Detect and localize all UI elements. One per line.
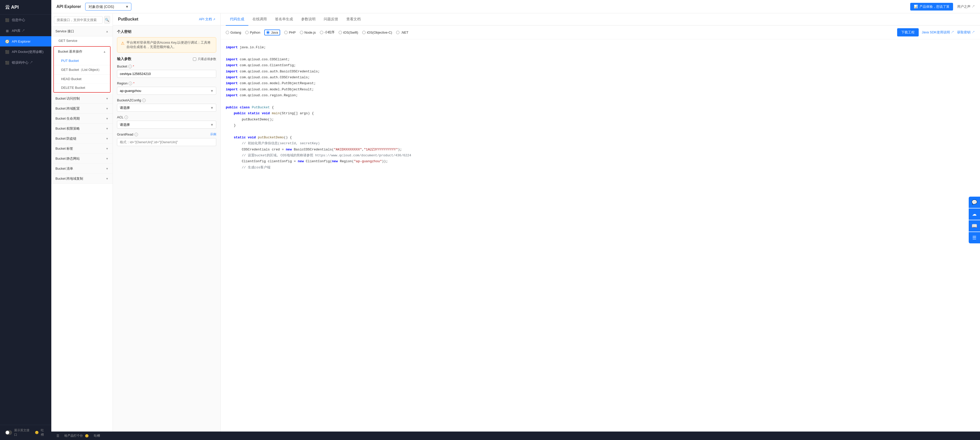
tab-check-doc[interactable]: 查看文档 (342, 13, 365, 26)
info-card: ⚠ 平台将对登录用户提供Access Key,以便进行调试；工具将自动生成签名，… (117, 37, 216, 53)
only-required-checkbox[interactable]: 只看必填参数 (193, 57, 216, 61)
section-bucket-replication[interactable]: Bucket 跨地域复制 ▼ (51, 174, 113, 184)
sidebar-footer: 展示英文接口 😊 吐槽 (0, 425, 51, 440)
example-link[interactable]: 示例 (210, 132, 216, 137)
tab-sign-string[interactable]: 签名串生成 (271, 13, 297, 26)
python-radio[interactable] (245, 31, 248, 34)
api-item-head-bucket[interactable]: HEAD Bucket (54, 75, 110, 83)
form-group-acl: ACL i 请选择 private public-read public-rea… (117, 115, 216, 129)
float-buttons: 💬 ☁ 📖 ☰ (969, 197, 980, 243)
section-bucket-hotlink[interactable]: Bucket 防盗链 ▼ (51, 134, 113, 144)
python-label: Python (250, 30, 260, 34)
only-required-input[interactable] (193, 57, 196, 61)
footer-rate[interactable]: 给产品打个分 😊 (64, 434, 89, 438)
info-icon-region[interactable]: i (129, 81, 132, 85)
php-radio[interactable] (284, 31, 288, 34)
info-icon-bucketazconfig[interactable]: i (142, 99, 146, 102)
show-english-toggle[interactable]: 展示英文接口 (5, 428, 30, 437)
lang-java[interactable]: Java (264, 30, 280, 35)
sidebar-item-label: 信息中心 (12, 18, 25, 22)
lang-python[interactable]: Python (245, 30, 260, 34)
sidebar-item-info-center[interactable]: ⬛ 信息中心 (0, 14, 51, 26)
search-input[interactable] (54, 16, 103, 24)
experience-button[interactable]: 📊 产品体验，您说了算 (910, 3, 953, 11)
api-doc-link[interactable]: API 文档 ↗ (199, 17, 215, 22)
dotnet-radio[interactable] (396, 31, 399, 34)
lang-golang[interactable]: Golang (226, 30, 241, 34)
nodejs-radio[interactable] (300, 31, 303, 34)
get-key-link[interactable]: 获取密钥 ↗ (957, 30, 975, 35)
section-bucket-lifecycle[interactable]: Bucket 生命周期 ▼ (51, 114, 113, 124)
service-select-wrapper: 对象存储 (COS) 云服务器 (CVM) 云数据库 (MySQL) ▼ (85, 3, 131, 11)
bucketazconfig-select[interactable]: 请选择 MAZ OAZ (117, 104, 216, 112)
search-button[interactable]: 🔍 (104, 16, 110, 24)
service-select[interactable]: 对象存储 (COS) 云服务器 (CVM) 云数据库 (MySQL) (85, 3, 131, 11)
api-item-get-service[interactable]: GET Service (51, 37, 113, 45)
sidebar-item-api-doctor[interactable]: ⬛ API Doctor(使用诊断) (0, 46, 51, 57)
field-label-region: Region i * (117, 81, 216, 85)
ios-swift-radio[interactable] (339, 31, 342, 34)
float-cloud-button[interactable]: ☁ (969, 209, 980, 220)
miniprogram-radio[interactable] (320, 31, 323, 34)
download-button[interactable]: 下载工程 (897, 28, 919, 37)
toggle-switch[interactable] (5, 430, 12, 435)
api-item-get-bucket[interactable]: GET Bucket（List Object） (54, 65, 110, 75)
tab-feedback[interactable]: 问题反馈 (320, 13, 342, 26)
api-item-put-bucket[interactable]: PUT Bucket (54, 56, 110, 65)
section-bucket-cors[interactable]: Bucket 跨域配置 ▼ (51, 104, 113, 114)
section-bucket-basic[interactable]: Bucket 基本操作 ▲ (54, 47, 110, 56)
info-icon-grantread[interactable]: i (134, 133, 138, 136)
params-header: 输入参数 只看必填参数 (117, 57, 216, 61)
api-item-delete-bucket[interactable]: DELETE Bucket (54, 83, 110, 92)
collapse-icon[interactable]: ☰ (56, 434, 59, 438)
lang-ios-objc[interactable]: iOS(Objective-C) (362, 30, 392, 34)
lang-miniprogram[interactable]: 小程序 (320, 30, 334, 35)
cloud-icon: ☁ (972, 211, 977, 217)
section-label: Bucket 基本操作 (58, 49, 82, 54)
region-select[interactable]: ap-guangzhou ap-beijing ap-shanghai (117, 87, 216, 95)
lang-php[interactable]: PHP (284, 30, 296, 34)
feedback-label[interactable]: 吐槽 (41, 428, 46, 437)
section-bucket-policy[interactable]: Bucket 权限策略 ▼ (51, 124, 113, 134)
sidebar-item-api-lib[interactable]: ⊞ API库 ↗ (0, 26, 51, 36)
info-icon-bucket[interactable]: i (128, 65, 132, 68)
acl-select[interactable]: 请选择 private public-read public-read-writ… (117, 121, 216, 129)
tab-param-desc[interactable]: 参数说明 (297, 13, 320, 26)
sidebar-item-label: API库 ↗ (12, 29, 25, 33)
section-bucket-static[interactable]: Bucket 静态网站 ▼ (51, 154, 113, 164)
lang-nodejs[interactable]: Node.js (300, 30, 316, 34)
lang-ios-swift[interactable]: iOS(Swift) (339, 30, 358, 34)
float-book-button[interactable]: 📖 (969, 220, 980, 231)
section-label: Bucket 标签 (56, 146, 73, 151)
section-bucket-tags[interactable]: Bucket 标签 ▼ (51, 144, 113, 154)
sdk-doc-link[interactable]: Java SDK使用说明 ↗ (922, 30, 954, 35)
region-select-wrapper: ap-guangzhou ap-beijing ap-shanghai ▼ (117, 87, 216, 95)
bucket-input[interactable] (117, 70, 216, 78)
sidebar-item-error-center[interactable]: ⬛ 错误码中心 ↗ (0, 57, 51, 68)
golang-label: Golang (231, 30, 241, 34)
form-group-region: Region i * ap-guangzhou ap-beijing ap-sh… (117, 81, 216, 95)
section-bucket-access[interactable]: Bucket 访问控制 ▼ (51, 94, 113, 104)
java-label: Java (271, 30, 278, 34)
chevron-up-icon: ▲ (106, 30, 108, 33)
lang-dotnet[interactable]: .NET (396, 30, 409, 34)
user-voice-link[interactable]: 用户之声 ↗ (957, 4, 975, 9)
golang-radio[interactable] (226, 31, 229, 34)
api-list-panel: 🔍 Service 接口 ▲ GET Service Bucket 基本操作 ▲ (51, 13, 113, 432)
chevron-down-icon: ▼ (106, 97, 108, 100)
label-text: Region (117, 81, 127, 85)
ios-objc-radio[interactable] (362, 31, 366, 34)
info-icon-acl[interactable]: i (124, 116, 128, 119)
tab-label: 在线调用 (253, 17, 267, 21)
section-bucket-inventory[interactable]: Bucket 清单 ▼ (51, 164, 113, 174)
grantread-input[interactable] (117, 138, 216, 146)
feedback-footer[interactable]: 吐槽 (94, 434, 100, 438)
java-radio[interactable] (266, 31, 270, 34)
tab-code-gen[interactable]: 代码生成 (226, 13, 248, 26)
tab-online-debug[interactable]: 在线调用 (248, 13, 271, 26)
chevron-up-icon: ▲ (103, 50, 106, 53)
sidebar-item-api-explorer[interactable]: 🧭 API Explorer (0, 36, 51, 46)
float-chat-button[interactable]: 💬 (969, 197, 980, 208)
section-service-interface[interactable]: Service 接口 ▲ (51, 26, 113, 37)
float-menu-button[interactable]: ☰ (969, 232, 980, 243)
